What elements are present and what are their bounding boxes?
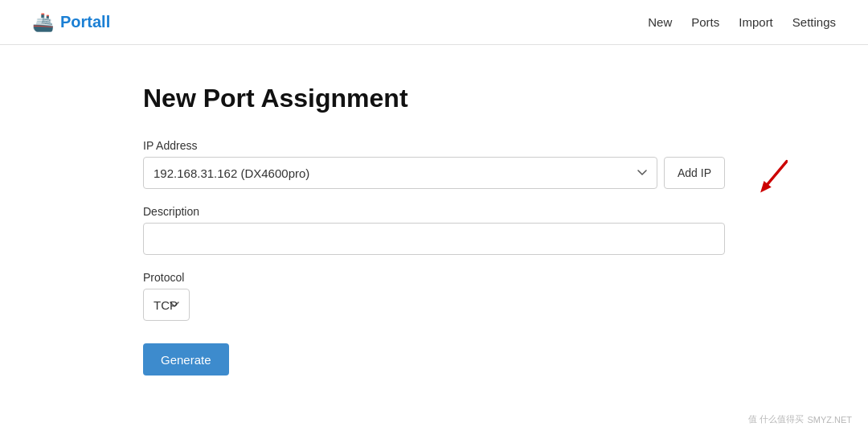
description-label: Description bbox=[143, 205, 725, 218]
nav-link-settings[interactable]: Settings bbox=[792, 15, 836, 29]
brand-icon: 🚢 bbox=[32, 12, 54, 33]
main-content: New Port Assignment IP Address 192.168.3… bbox=[0, 45, 868, 414]
brand-logo[interactable]: 🚢 Portall bbox=[32, 12, 110, 33]
navbar: 🚢 Portall New Ports Import Settings bbox=[0, 0, 868, 45]
generate-button[interactable]: Generate bbox=[143, 343, 229, 375]
brand-name: Portall bbox=[60, 13, 110, 31]
nav-link-new[interactable]: New bbox=[648, 15, 672, 29]
watermark-text: 值 什么值得买 bbox=[748, 413, 804, 425]
protocol-label: Protocol bbox=[143, 271, 725, 284]
watermark: 值 什么值得买 SMYZ.NET bbox=[748, 413, 852, 425]
port-assignment-form: IP Address 192.168.31.162 (DX4600pro) Ad… bbox=[143, 139, 725, 375]
description-group: Description bbox=[143, 205, 725, 255]
ip-address-label: IP Address bbox=[143, 139, 725, 152]
ip-address-group: IP Address 192.168.31.162 (DX4600pro) Ad… bbox=[143, 139, 725, 189]
ip-address-select[interactable]: 192.168.31.162 (DX4600pro) bbox=[143, 157, 657, 189]
add-ip-button[interactable]: Add IP bbox=[664, 157, 725, 189]
nav-link-ports[interactable]: Ports bbox=[691, 15, 719, 29]
nav-links: New Ports Import Settings bbox=[648, 15, 836, 29]
description-input[interactable] bbox=[143, 223, 725, 255]
protocol-select[interactable]: TCP UDP bbox=[143, 289, 190, 321]
protocol-group: Protocol TCP UDP bbox=[143, 271, 725, 321]
nav-link-import[interactable]: Import bbox=[739, 15, 773, 29]
page-title: New Port Assignment bbox=[143, 84, 725, 113]
watermark-sub: SMYZ.NET bbox=[807, 415, 852, 425]
ip-address-row: 192.168.31.162 (DX4600pro) Add IP bbox=[143, 157, 725, 189]
